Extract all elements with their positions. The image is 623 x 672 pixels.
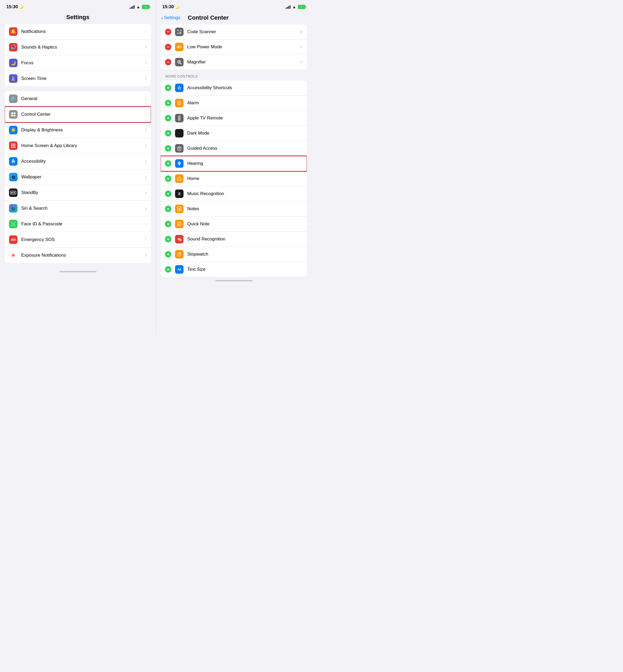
cc-item-home[interactable]: + Home xyxy=(161,171,307,186)
back-button[interactable]: ‹ Settings xyxy=(161,15,180,21)
add-notes-button[interactable]: + xyxy=(165,206,171,212)
wallpaper-label: Wallpaper xyxy=(21,174,145,180)
cc-item-low-power[interactable]: − Low Power Mode ≡ xyxy=(161,39,307,55)
svg-line-48 xyxy=(178,101,179,102)
home-icon xyxy=(175,174,183,183)
faceid-chevron: › xyxy=(145,222,147,226)
add-music-recognition-button[interactable]: + xyxy=(165,191,171,197)
cc-item-notes[interactable]: + + Notes xyxy=(161,201,307,217)
add-home-button[interactable]: + xyxy=(165,175,171,182)
add-apple-tv-remote-button[interactable]: + xyxy=(165,115,171,121)
add-quick-note-button[interactable]: + xyxy=(165,221,171,227)
add-stopwatch-button[interactable]: + xyxy=(165,251,171,257)
add-sound-recognition-button[interactable]: + xyxy=(165,236,171,242)
cc-item-sound-recognition[interactable]: + Sound Recognition xyxy=(161,232,307,247)
svg-rect-29 xyxy=(178,30,178,31)
cc-item-alarm[interactable]: + Alarm xyxy=(161,95,307,111)
cc-item-apple-tv-remote[interactable]: + Apple TV Remote xyxy=(161,111,307,126)
svg-rect-34 xyxy=(179,33,181,34)
notifications-chevron: › xyxy=(145,29,147,34)
code-scanner-drag-handle[interactable]: ≡ xyxy=(300,29,303,35)
right-status-icons: ▲ ⚡ xyxy=(286,5,305,9)
add-hearing-button[interactable]: + xyxy=(165,160,171,167)
sidebar-item-sounds[interactable]: 🔊 Sounds & Haptics › xyxy=(5,39,151,55)
cc-item-quick-note[interactable]: + Quick Note xyxy=(161,217,307,232)
cc-item-code-scanner[interactable]: − Code Scanner ≡ xyxy=(161,24,307,39)
sidebar-item-accessibility[interactable]: Accessibility › xyxy=(5,154,151,169)
svg-rect-36 xyxy=(181,47,181,47)
left-status-icons: ▲ ⚡ xyxy=(130,5,149,9)
sidebar-item-general[interactable]: ⚙️ General › xyxy=(5,91,151,107)
cc-item-accessibility-shortcuts[interactable]: + Accessibility Shortcuts xyxy=(161,80,307,95)
add-accessibility-shortcuts-button[interactable]: + xyxy=(165,85,171,91)
svg-rect-12 xyxy=(14,147,16,148)
text-size-icon: AA xyxy=(175,265,183,274)
home-screen-chevron: › xyxy=(145,143,147,148)
sidebar-item-exposure[interactable]: Exposure Notifications › xyxy=(5,248,151,263)
add-guided-access-button[interactable]: + xyxy=(165,145,171,151)
svg-rect-3 xyxy=(13,115,16,116)
screen-time-chevron: › xyxy=(145,76,147,81)
guided-access-icon xyxy=(175,144,183,152)
sidebar-item-home-screen[interactable]: Home Screen & App Library › xyxy=(5,138,151,154)
cc-item-magnifier[interactable]: − Magnifier ≡ xyxy=(161,55,307,69)
notes-icon: + xyxy=(175,205,183,213)
back-chevron-icon: ‹ xyxy=(161,15,163,21)
sidebar-item-wallpaper[interactable]: ✿ Wallpaper › xyxy=(5,169,151,185)
left-home-indicator xyxy=(59,271,96,272)
cc-item-guided-access[interactable]: + Guided Access xyxy=(161,141,307,156)
display-chevron: › xyxy=(145,128,147,133)
add-alarm-button[interactable]: + xyxy=(165,100,171,106)
magnifier-drag-handle[interactable]: ≡ xyxy=(300,59,303,65)
left-phone-panel: 15:30 🌙 ▲ ⚡ Settings 🔔 Notifications › 🔊… xyxy=(0,0,156,336)
svg-point-60 xyxy=(179,162,180,164)
svg-rect-16 xyxy=(11,192,12,194)
svg-rect-17 xyxy=(13,192,14,194)
remove-code-scanner-button[interactable]: − xyxy=(165,29,171,35)
sidebar-item-display[interactable]: ☀️ Display & Brightness › xyxy=(5,122,151,138)
svg-rect-31 xyxy=(178,33,178,34)
sidebar-item-siri[interactable]: ◎ Siri & Search › xyxy=(5,201,151,216)
display-label: Display & Brightness xyxy=(21,128,145,133)
remove-magnifier-button[interactable]: − xyxy=(165,59,171,65)
cc-item-stopwatch[interactable]: + Stopwatch xyxy=(161,247,307,262)
cc-item-hearing[interactable]: + Hearing xyxy=(161,156,307,171)
svg-line-79 xyxy=(179,254,180,255)
svg-line-82 xyxy=(181,253,181,253)
wallpaper-chevron: › xyxy=(145,175,147,179)
alarm-label: Alarm xyxy=(187,100,303,106)
sidebar-item-control-center[interactable]: Control Center › xyxy=(5,107,151,122)
cc-item-text-size[interactable]: + AA Text Size xyxy=(161,262,307,277)
cc-item-dark-mode[interactable]: + Dark Mode xyxy=(161,126,307,141)
add-text-size-button[interactable]: + xyxy=(165,266,171,273)
music-recognition-label: Music Recognition xyxy=(187,191,303,196)
sidebar-item-screen-time[interactable]: ⌛ Screen Time › xyxy=(5,71,151,86)
faceid-label: Face ID & Passcode xyxy=(21,221,145,227)
right-home-indicator xyxy=(215,280,253,281)
svg-rect-32 xyxy=(179,32,181,32)
svg-point-22 xyxy=(12,223,13,224)
text-size-label: Text Size xyxy=(187,267,303,272)
cc-item-music-recognition[interactable]: + S Music Recognition xyxy=(161,186,307,201)
svg-rect-6 xyxy=(14,144,16,145)
low-power-drag-handle[interactable]: ≡ xyxy=(300,44,303,50)
svg-rect-33 xyxy=(179,33,181,33)
home-label: Home xyxy=(187,176,303,181)
control-center-label: Control Center xyxy=(21,112,145,117)
quick-note-label: Quick Note xyxy=(187,221,303,227)
emergency-chevron: › xyxy=(145,237,147,242)
svg-rect-5 xyxy=(13,144,14,145)
included-controls-group: − Code Scanner ≡ − xyxy=(161,24,307,69)
control-center-chevron: › xyxy=(145,112,147,117)
accessibility-shortcuts-icon xyxy=(175,84,183,92)
sidebar-item-focus[interactable]: 🌙 Focus › xyxy=(5,55,151,71)
remove-low-power-button[interactable]: − xyxy=(165,44,171,50)
sidebar-item-standby[interactable]: StandBy › xyxy=(5,185,151,201)
sidebar-item-faceid[interactable]: Face ID & Passcode › xyxy=(5,216,151,232)
back-label: Settings xyxy=(164,15,180,21)
add-dark-mode-button[interactable]: + xyxy=(165,130,171,136)
siri-label: Siri & Search xyxy=(21,206,145,211)
sidebar-item-emergency[interactable]: SOS Emergency SOS › xyxy=(5,232,151,248)
sidebar-item-notifications[interactable]: 🔔 Notifications › xyxy=(5,24,151,39)
svg-rect-0 xyxy=(11,112,13,114)
